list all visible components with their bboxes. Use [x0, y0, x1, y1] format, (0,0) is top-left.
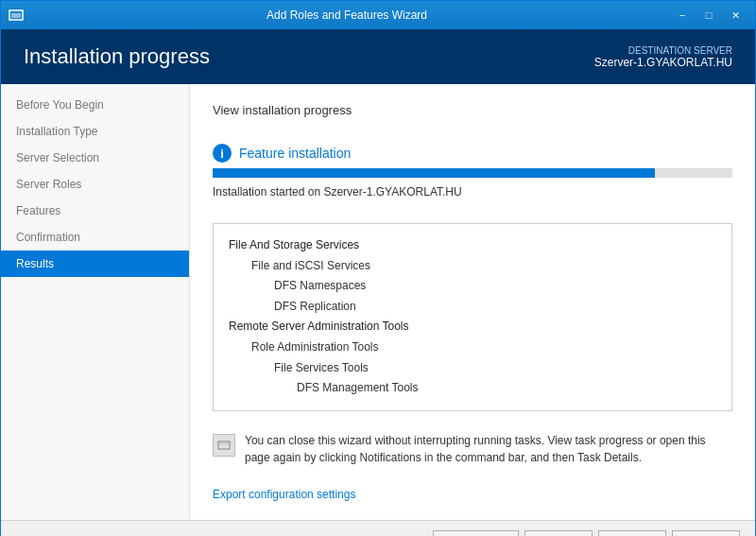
- next-button[interactable]: Next >: [524, 530, 593, 536]
- destination-name: Szerver-1.GYAKORLAT.HU: [594, 56, 732, 69]
- wizard-window: Add Roles and Features Wizard − □ ✕ Inst…: [0, 0, 756, 536]
- progress-bar-fill: [213, 168, 655, 178]
- restore-button[interactable]: □: [696, 6, 721, 25]
- feature-item: File Services Tools: [229, 358, 716, 379]
- sidebar-item-features: Features: [1, 198, 189, 224]
- feature-item: File And Storage Services: [229, 235, 716, 256]
- notification-text: You can close this wizard without interr…: [245, 432, 732, 466]
- titlebar: Add Roles and Features Wizard − □ ✕: [1, 1, 755, 29]
- view-progress-label: View installation progress: [213, 103, 732, 117]
- sidebar-item-installation-type: Installation Type: [1, 118, 189, 145]
- info-icon: i: [213, 144, 232, 163]
- sidebar-item-confirmation: Confirmation: [1, 224, 189, 251]
- feature-install-box: i Feature installation Installation star…: [213, 134, 732, 212]
- content-area: Installation progress DESTINATION SERVER…: [1, 29, 755, 536]
- previous-button[interactable]: < Previous: [433, 530, 519, 536]
- feature-item: File and iSCSI Services: [229, 256, 716, 277]
- export-link-container: Export configuration settings: [213, 487, 732, 501]
- progress-bar-container: [213, 168, 732, 178]
- destination-label: DESTINATION SERVER: [594, 45, 732, 56]
- feature-item: DFS Namespaces: [229, 276, 716, 297]
- feature-item: DFS Replication: [229, 297, 716, 318]
- footer-bar: < Previous Next > Close Cancel: [1, 520, 755, 536]
- feature-item: Role Administration Tools: [229, 337, 716, 358]
- sidebar-item-server-selection: Server Selection: [1, 145, 189, 171]
- feature-install-header: i Feature installation: [213, 144, 732, 163]
- features-box: File And Storage ServicesFile and iSCSI …: [213, 223, 732, 411]
- svg-rect-1: [11, 13, 21, 18]
- close-button[interactable]: Close: [598, 530, 666, 536]
- feature-item: Remote Server Administration Tools: [229, 317, 716, 337]
- export-configuration-link[interactable]: Export configuration settings: [213, 488, 355, 501]
- notification-icon: [213, 434, 235, 457]
- sidebar: Before You Begin Installation Type Serve…: [1, 84, 190, 520]
- window-controls: − □ ✕: [670, 6, 747, 25]
- feature-install-title: Feature installation: [239, 146, 351, 161]
- svg-rect-2: [218, 441, 230, 449]
- minimize-button[interactable]: −: [670, 6, 695, 25]
- sidebar-item-results: Results: [1, 251, 189, 277]
- header-bar: Installation progress DESTINATION SERVER…: [1, 29, 755, 84]
- main-content: Before You Begin Installation Type Serve…: [1, 84, 755, 520]
- close-window-button[interactable]: ✕: [723, 6, 747, 25]
- window-icon: [9, 8, 24, 23]
- cancel-button[interactable]: Cancel: [672, 530, 740, 536]
- page-title: Installation progress: [24, 44, 210, 69]
- right-panel: View installation progress i Feature ins…: [190, 84, 755, 520]
- sidebar-item-server-roles: Server Roles: [1, 171, 189, 198]
- destination-server: DESTINATION SERVER Szerver-1.GYAKORLAT.H…: [594, 45, 732, 69]
- install-status: Installation started on Szerver-1.GYAKOR…: [213, 185, 732, 199]
- notification-box: You can close this wizard without interr…: [213, 423, 732, 475]
- sidebar-item-before-you-begin: Before You Begin: [1, 92, 189, 118]
- window-title: Add Roles and Features Wizard: [24, 9, 670, 22]
- feature-item: DFS Management Tools: [229, 378, 716, 399]
